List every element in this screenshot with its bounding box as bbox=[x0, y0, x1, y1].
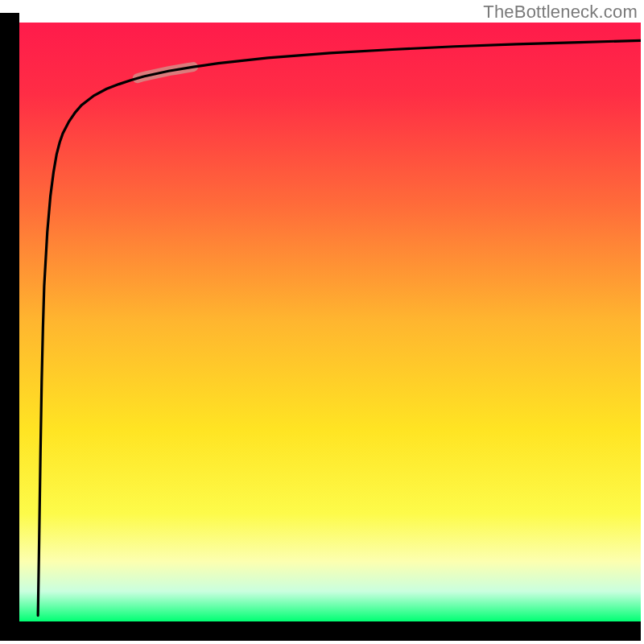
svg-rect-1 bbox=[0, 13, 19, 631]
chart-svg bbox=[0, 0, 644, 644]
chart-container: { "attribution": "TheBottleneck.com", "c… bbox=[0, 0, 644, 644]
svg-rect-2 bbox=[0, 621, 641, 641]
plot-background bbox=[19, 23, 641, 621]
